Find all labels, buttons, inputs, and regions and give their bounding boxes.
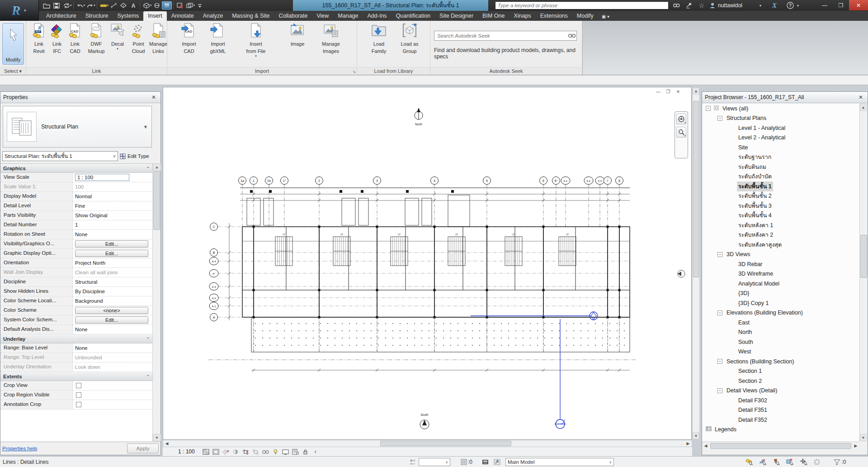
tab-extensions[interactable]: Extensions xyxy=(536,11,572,21)
manage-imagesbutton[interactable]: ManageImages xyxy=(320,23,342,54)
tab-view[interactable]: View xyxy=(312,11,333,21)
tree-item-detail-f352[interactable]: Detail F352 xyxy=(702,415,859,425)
canvas-vscroll-thumb[interactable] xyxy=(693,101,699,277)
zoom-button[interactable]: ▾ xyxy=(676,127,686,138)
thin-lines-icon[interactable] xyxy=(162,1,172,10)
load-as-groupbutton[interactable]: Load asGroup xyxy=(397,23,422,54)
tree-expander-icon[interactable]: − xyxy=(717,359,722,364)
group-collapse-icon[interactable]: ⌃ xyxy=(146,374,150,379)
tree-item-site[interactable]: Site xyxy=(702,143,859,152)
tree-expander-icon[interactable]: − xyxy=(717,388,722,393)
tree-item-analytical-model[interactable]: Analytical Model xyxy=(702,279,859,289)
signed-in-user[interactable]: nuttawidol xyxy=(718,1,757,10)
property-value[interactable]: None xyxy=(73,325,152,334)
property-group-graphics[interactable]: Graphics⌃ xyxy=(0,164,152,173)
tree-item-ระดับหลังคา-1[interactable]: ระดับหลังคา 1 xyxy=(702,220,859,230)
active-workset-dropdown[interactable]: ∨ xyxy=(419,458,450,466)
dwf-markupbutton[interactable]: DWFMarkup xyxy=(85,23,107,54)
tab-analyze[interactable]: Analyze xyxy=(198,11,227,21)
active-design-option-dropdown[interactable]: Main Model∨ xyxy=(505,458,614,466)
tree-item-ระดับดินถม[interactable]: ระดับดินถม xyxy=(702,162,859,172)
steering-wheel-button[interactable]: ▾ xyxy=(676,114,686,124)
show-crop-region-icon[interactable] xyxy=(251,448,261,456)
close-button[interactable]: ✕ xyxy=(849,0,868,10)
close-hidden-windows-icon[interactable] xyxy=(175,1,185,10)
tree-item-level-2-analytical[interactable]: Level 2 - Analytical xyxy=(702,133,859,143)
restore-button[interactable]: ❐ xyxy=(833,0,849,10)
tree-item-section-1[interactable]: Section 1 xyxy=(702,367,859,376)
property-value[interactable]: Project North xyxy=(73,258,152,267)
modify-button[interactable]: Modify xyxy=(2,23,24,65)
tree-item-detail-views-detail-[interactable]: −Detail Views (Detail) xyxy=(702,386,859,396)
type-selector[interactable]: Structural Plan ▼ xyxy=(3,106,152,148)
properties-scrollbar[interactable]: ▲ ▼ xyxy=(152,163,160,441)
property-value[interactable]: Fine xyxy=(73,201,152,210)
ribbon-display-toggle-icon[interactable]: ▣ ▾ xyxy=(598,13,613,21)
property-group-extents[interactable]: Extents⌃ xyxy=(0,372,152,381)
group-collapse-icon[interactable]: ⌃ xyxy=(146,166,150,171)
tree-expander-icon[interactable]: − xyxy=(717,252,722,257)
temporary-view-properties-icon[interactable] xyxy=(291,448,301,456)
property-value[interactable]: None xyxy=(73,343,152,353)
infocenter-search[interactable] xyxy=(495,1,669,10)
tab-systems[interactable]: Systems xyxy=(113,11,143,21)
tab-structure[interactable]: Structure xyxy=(81,11,113,21)
tab-add-ins[interactable]: Add-Ins xyxy=(363,11,392,21)
select-elements-by-face-icon[interactable] xyxy=(784,458,796,466)
tab-modify[interactable]: Modify xyxy=(572,11,598,21)
reveal-constraints-icon[interactable] xyxy=(301,448,311,456)
autodesk-seek-searchbox[interactable] xyxy=(434,31,577,41)
tree-item-section-2[interactable]: Section 2 xyxy=(702,376,859,386)
browser-vertical-scrollbar[interactable]: ▲ ▼ xyxy=(859,104,868,441)
worksharing-display-icon[interactable] xyxy=(281,448,291,456)
property-edit-button[interactable]: Edit... xyxy=(75,250,148,257)
reveal-hidden-elements-icon[interactable] xyxy=(271,448,281,456)
load-familybutton[interactable]: LoadFamily xyxy=(368,23,390,54)
tab-quantification[interactable]: Quantification xyxy=(392,11,435,21)
visual-style-icon[interactable] xyxy=(211,448,221,456)
property-edit-button[interactable]: <none> xyxy=(75,307,148,314)
text-icon[interactable]: A xyxy=(128,1,138,10)
insert-from-file-button[interactable]: Insertfrom File▾ xyxy=(241,23,271,58)
tree-item-legends[interactable]: Legends xyxy=(702,425,859,435)
gray-inactive-worksets-icon[interactable] xyxy=(480,458,490,466)
crop-view-icon[interactable] xyxy=(241,448,251,456)
panel-label-select[interactable]: Select ▾ xyxy=(0,67,26,75)
select-pinned-elements-icon[interactable] xyxy=(770,458,782,466)
tree-item-ระดับพื้นชั้น-2[interactable]: ระดับพื้นชั้น 2 xyxy=(702,191,859,201)
property-value[interactable]: Show Original xyxy=(73,211,152,220)
detail-level-icon[interactable] xyxy=(201,448,211,456)
browser-horizontal-scrollbar[interactable]: ◀▶ xyxy=(702,442,859,449)
tab-xinaps[interactable]: Xinaps xyxy=(509,11,535,21)
tab-bim-one[interactable]: BIM One xyxy=(478,11,509,21)
property-value[interactable]: Normal xyxy=(73,192,152,201)
communication-center-icon[interactable] xyxy=(684,1,694,10)
project-browser-title-bar[interactable]: Project Browser - 155_1600_R17_ST_All ✕ xyxy=(702,92,868,103)
redo-icon-dropdown[interactable]: ▾ xyxy=(94,4,95,7)
canvas-hscroll-thumb[interactable] xyxy=(380,441,511,446)
property-value[interactable]: 100 xyxy=(73,182,152,191)
apply-button[interactable]: Apply xyxy=(127,443,159,453)
tree-expander-icon[interactable]: − xyxy=(706,106,711,111)
view-minimize-icon[interactable]: — xyxy=(655,89,662,95)
tag-icon[interactable]: 1 xyxy=(118,1,128,10)
property-value[interactable]: None xyxy=(73,230,152,239)
application-menu-button[interactable]: R▼ xyxy=(0,0,39,21)
seek-search-input[interactable] xyxy=(434,33,567,38)
aligned-dimension-icon[interactable] xyxy=(108,1,118,10)
select-underlay-elements-icon[interactable] xyxy=(757,458,769,466)
tree-expander-icon[interactable]: − xyxy=(717,310,722,315)
tab-annotate[interactable]: Annotate xyxy=(167,11,198,21)
property-value[interactable]: By Discipline xyxy=(73,287,152,296)
drawing-area[interactable]: North1a11b1"234566"6.16.26.378CBA.4A"A.3… xyxy=(163,87,692,440)
viewbar-collapse-icon[interactable]: ‹ xyxy=(311,448,321,456)
tree-item-3d-views[interactable]: −3D Views xyxy=(702,250,859,260)
seek-binoculars-icon[interactable] xyxy=(567,33,576,39)
tab-site-designer[interactable]: Site Designer xyxy=(435,11,478,21)
exchange-apps-icon[interactable]: X xyxy=(769,1,780,10)
tab-manage[interactable]: Manage xyxy=(333,11,363,21)
tree-item-west[interactable]: West xyxy=(702,347,859,357)
exclude-options-icon[interactable] xyxy=(492,458,502,466)
edit-type-button[interactable]: Edit Type xyxy=(120,151,159,161)
tree-item-level-1-analytical[interactable]: Level 1 - Analytical xyxy=(702,123,859,133)
